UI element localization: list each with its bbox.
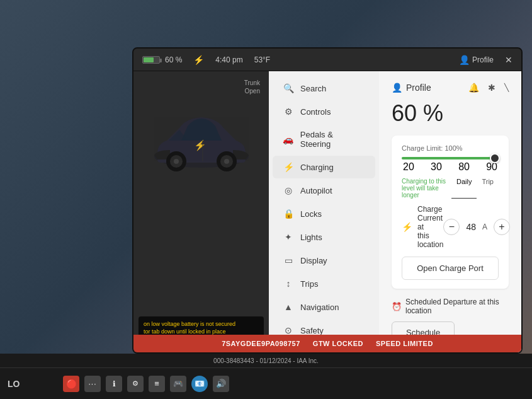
car-silhouette: ⚡	[145, 100, 258, 182]
charge-current-left: ⚡ Charge Current at this location	[402, 205, 443, 249]
charge-current-icon: ⚡	[402, 222, 412, 232]
sidebar-item-pedals[interactable]: 🚗 Pedals & Steering	[273, 124, 375, 155]
red-status-bar: 7SAYGDEE9PA098757 GTW LOCKED SPEED LIMIT…	[133, 335, 521, 352]
bluetooth-icon[interactable]: ✱	[488, 83, 495, 93]
tick-2: 30	[431, 161, 442, 173]
battery-percent: 60 %	[165, 55, 182, 64]
slider-thumb[interactable]	[490, 153, 500, 163]
profile-icon: 👤	[392, 83, 402, 93]
charge-current-label: Charge Current at this location	[417, 205, 443, 249]
profile-icons: 🔔 ✱ ╲	[468, 83, 509, 93]
svg-point-3	[174, 159, 179, 164]
battery-indicator: 60 %	[142, 55, 182, 64]
open-charge-port-button[interactable]: Open Charge Port	[402, 257, 499, 280]
decrease-current-button[interactable]: −	[443, 219, 460, 235]
status-bar: 60 % ⚡ 4:40 pm 53°F 👤 Profile ✕	[133, 49, 521, 71]
sidebar-item-controls[interactable]: ⚙ Controls	[273, 100, 375, 123]
tab-trip[interactable]: Trip	[477, 178, 499, 199]
controls-icon: ⚙	[283, 107, 294, 117]
charge-hint: Charging to this level will take longer	[402, 178, 451, 199]
profile-header: 👤 Profile 🔔 ✱ ╲	[392, 83, 509, 93]
trips-icon: ↕	[283, 279, 294, 289]
charge-slider[interactable]: 20 30 80 90	[402, 157, 499, 173]
charge-current-control: − 48 A +	[443, 219, 510, 235]
taskbar-icon-game[interactable]: 🎮	[170, 376, 186, 392]
autopilot-icon: ◎	[283, 185, 294, 195]
taskbar-icon-menu[interactable]: ≡	[149, 376, 165, 392]
safety-icon: ⊙	[283, 325, 294, 335]
tab-daily[interactable]: Daily	[451, 178, 477, 199]
increase-current-button[interactable]: +	[494, 219, 510, 235]
svg-text:⚡: ⚡	[194, 139, 207, 151]
charge-limit-label: Charge Limit: 100%	[402, 144, 499, 152]
sidebar-item-trips[interactable]: ↕ Trips	[273, 272, 375, 295]
taskbar-icon-red[interactable]: 🔴	[63, 376, 79, 392]
battery-bar	[142, 56, 160, 64]
sidebar-item-search[interactable]: 🔍 Search	[273, 77, 375, 100]
taskbar-icon-info[interactable]: ℹ	[106, 376, 122, 392]
close-icon[interactable]: ✕	[505, 55, 512, 65]
taskbar-icon-apps[interactable]: ⚙	[127, 376, 144, 392]
tick-3: 80	[458, 161, 470, 173]
charging-panel: 👤 Profile 🔔 ✱ ╲ 60 % Charge Limit: 100%	[379, 71, 521, 352]
current-value: 48	[466, 222, 476, 232]
sidebar: 🔍 Search ⚙ Controls 🚗 Pedals & Steering …	[269, 71, 379, 352]
sidebar-item-autopilot[interactable]: ◎ Autopilot	[273, 179, 375, 202]
taskbar-label: LO	[8, 379, 20, 389]
current-unit: A	[482, 223, 487, 231]
charge-percent: 60 %	[392, 100, 509, 127]
scheduled-departure-label: Scheduled Departure at this location	[405, 298, 509, 315]
slider-ticks: 20 30 80 90	[402, 161, 499, 173]
battery-tip	[160, 59, 162, 62]
profile-title: 👤 Profile	[392, 83, 431, 93]
tick-1: 20	[403, 161, 414, 173]
navigation-icon: ▲	[283, 302, 294, 312]
scheduled-departure-row: ⏰ Scheduled Departure at this location	[392, 298, 509, 315]
lights-icon: ✦	[283, 232, 294, 242]
taskbar: LO 🔴 ··· ℹ ⚙ ≡ 🎮 📧 🔊	[0, 367, 532, 399]
taskbar-icon-volume[interactable]: 🔊	[213, 376, 229, 392]
sidebar-item-navigation[interactable]: ▲ Navigation	[273, 296, 375, 318]
display-icon: ▭	[283, 255, 294, 265]
trunk-label: Trunk	[244, 79, 260, 87]
taskbar-icons: 🔴 ··· ℹ ⚙ ≡ 🎮 📧 🔊	[63, 376, 229, 392]
gtw-locked: GTW LOCKED	[313, 340, 363, 347]
car-image: ⚡	[133, 90, 269, 191]
profile-link[interactable]: 👤 Profile	[459, 55, 494, 65]
vin-display: 7SAYGDEE9PA098757	[222, 340, 300, 347]
pedals-icon: 🚗	[283, 134, 294, 144]
svg-point-6	[224, 159, 229, 164]
charge-tabs: Charging to this level will take longer …	[402, 178, 499, 199]
main-content: Trunk Open	[133, 71, 521, 352]
slider-fill	[402, 157, 499, 159]
temperature-display: 53°F	[254, 55, 270, 64]
charging-bolt: ⚡	[193, 55, 204, 65]
notification-icon[interactable]: 🔔	[468, 83, 479, 93]
sidebar-item-display[interactable]: ▭ Display	[273, 249, 375, 272]
tesla-screen: 60 % ⚡ 4:40 pm 53°F 👤 Profile ✕ Trunk Op…	[132, 47, 523, 354]
search-icon: 🔍	[283, 83, 294, 93]
locks-icon: 🔒	[283, 209, 294, 219]
charging-icon: ⚡	[283, 162, 294, 172]
taskbar-icon-dots[interactable]: ···	[84, 376, 101, 392]
charge-card: Charge Limit: 100% 20 30 80 90 Charging …	[392, 136, 509, 289]
clock-icon: ⏰	[392, 302, 402, 311]
car-area: Trunk Open	[133, 71, 269, 352]
sidebar-item-charging[interactable]: ⚡ Charging	[273, 156, 375, 178]
slider-track	[402, 157, 499, 159]
time-display: 4:40 pm	[215, 55, 242, 64]
bottom-info-bar: 000-38483443 - 01/12/2024 - IAA Inc.	[0, 354, 532, 367]
sidebar-item-lights[interactable]: ✦ Lights	[273, 226, 375, 248]
close-profile-icon[interactable]: ╲	[504, 83, 509, 92]
battery-fill	[144, 57, 154, 62]
charge-current-row: ⚡ Charge Current at this location − 48 A…	[402, 205, 499, 249]
bottom-info-text: 000-38483443 - 01/12/2024 - IAA Inc.	[213, 357, 319, 364]
speed-limited: SPEED LIMITED	[376, 340, 433, 347]
taskbar-icon-mail[interactable]: 📧	[191, 376, 208, 392]
taskbar-left: LO	[8, 379, 58, 389]
sidebar-item-locks[interactable]: 🔒 Locks	[273, 202, 375, 225]
